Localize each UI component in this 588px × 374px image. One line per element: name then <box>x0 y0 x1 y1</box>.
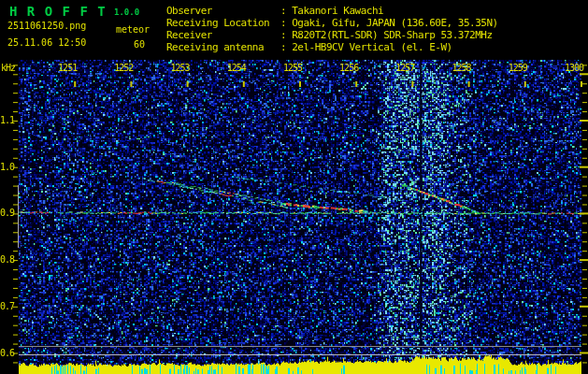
output-filename: 2511061250.png <box>7 21 86 31</box>
info-value: 2el-HB9CV Vertical (el. E-W) <box>292 41 452 53</box>
info-key: Receiving antenna <box>166 41 280 53</box>
x-axis-label: 1300 <box>555 63 583 73</box>
info-row-location: Receiving Location: Ogaki, Gifu, JAPAN (… <box>166 17 498 29</box>
y-axis-label: 0.9 <box>0 208 13 218</box>
x-axis-label: 1259 <box>499 63 527 73</box>
x-axis-label: 1258 <box>443 63 471 73</box>
hrofft-window: H R O F F T 1.0.0 2511061250.png meteor … <box>0 0 588 374</box>
x-axis-label: 1252 <box>105 63 133 73</box>
x-axis-label: 1254 <box>218 63 246 73</box>
duration-label: 60 <box>134 39 145 50</box>
info-row-antenna: Receiving antenna: 2el-HB9CV Vertical (e… <box>166 41 498 53</box>
y-axis-label: 1.1 <box>0 115 13 125</box>
x-axis-label: 1257 <box>386 63 414 73</box>
info-key: Receiver <box>166 29 280 41</box>
info-row-observer: Observer: Takanori Kawachi <box>166 5 498 17</box>
spectrogram-canvas <box>0 0 588 374</box>
receiver-info: Observer: Takanori Kawachi Receiving Loc… <box>166 5 498 53</box>
mode-label: meteor <box>116 24 150 35</box>
app-version: 1.0.0 <box>114 7 139 17</box>
y-axis-label: 0.8 <box>0 254 13 265</box>
x-axis-label: 1253 <box>162 63 190 73</box>
y-axis-label: 0.7 <box>0 301 13 311</box>
y-axis-unit: kHz <box>1 63 15 73</box>
app-title: H R O F F T <box>9 4 107 19</box>
x-axis-label: 1256 <box>330 63 358 73</box>
info-value: Takanori Kawachi <box>292 5 383 17</box>
info-value: Ogaki, Gifu, JAPAN (136.60E, 35.35N) <box>292 17 497 29</box>
x-axis-label: 1255 <box>274 63 302 73</box>
datetime-label: 25.11.06 12:50 <box>7 37 86 48</box>
x-axis-label: 1251 <box>49 63 77 73</box>
info-row-receiver: Receiver: R820T2(RTL-SDR) SDR-Sharp 53.3… <box>166 29 498 41</box>
info-key: Observer <box>166 5 280 17</box>
y-axis-label: 0.6 <box>0 348 13 358</box>
info-key: Receiving Location <box>166 17 280 29</box>
y-axis-label: 1.0 <box>0 162 13 172</box>
info-value: R820T2(RTL-SDR) SDR-Sharp 53.372MHz <box>292 29 492 41</box>
